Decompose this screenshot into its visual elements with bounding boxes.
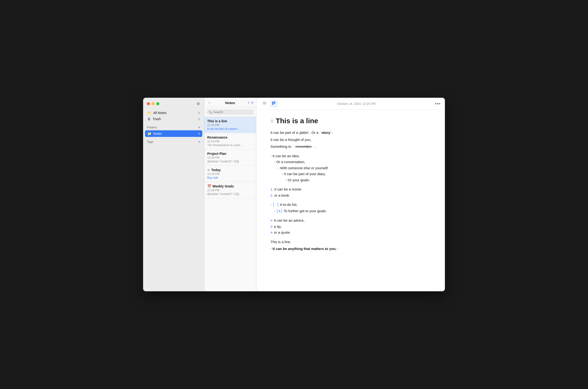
strikethrough-remember: remember: [296, 144, 312, 148]
notes-folder-icon: 📁: [147, 132, 151, 135]
body-line-2: It can be a thought of you,: [270, 137, 431, 143]
search-input-wrap: 🔍: [207, 109, 254, 115]
tags-section-header: Tags +: [143, 137, 204, 145]
add-tag-button[interactable]: +: [198, 140, 200, 144]
folders-section-header: Folders +: [143, 123, 204, 130]
list-line-1: - It can be an idea.: [270, 153, 431, 159]
more-options-button[interactable]: [435, 103, 440, 104]
list-view-button[interactable]: [261, 100, 268, 107]
tags-label: Tags: [147, 140, 153, 143]
sidebar-top: ⚙: [143, 98, 204, 109]
note-title-1: This is a line: [207, 119, 253, 123]
collapse-sidebar-button[interactable]: ←: [207, 100, 212, 105]
notes-folder-count: 5: [198, 132, 200, 135]
ordered-list-section: 1. It can be a movie 2. or a book.: [270, 186, 431, 198]
sidebar-item-all-notes[interactable]: 📁 All Notes 5: [145, 110, 202, 116]
editor-content[interactable]: # This is a line It can be part of a poe…: [256, 110, 445, 291]
notes-list-header: ← Notes 5 +: [204, 98, 256, 107]
note-title-3: Project Plan: [207, 152, 253, 156]
kanban-view-button[interactable]: [270, 100, 278, 107]
close-button[interactable]: [147, 102, 150, 105]
note-title-2: Renaissance: [207, 135, 253, 139]
final-bold-text: It can be anything that matters to you.: [273, 247, 336, 251]
trash-count: 0: [198, 117, 200, 121]
note-item-5[interactable]: 📅 Weekly Goals 12:18 PM {{kanban "conten…: [204, 182, 256, 198]
note-body: It can be part of a poem . Or a **story*…: [270, 130, 431, 252]
note-time-4: 12:18 PM: [207, 172, 253, 176]
note-title-display: This is a line: [276, 117, 318, 125]
body-final-1: This is a line.: [270, 239, 431, 245]
note-title-5: 📅 Weekly Goals: [207, 184, 253, 188]
note-title-4: ☆ Today: [207, 168, 253, 172]
note-item-2[interactable]: Renaissance 12:18 PM The Renaissance is …: [204, 133, 256, 149]
notes-panel-title: Notes: [214, 101, 246, 105]
todo-line-1: - [ ] A to-do list,: [270, 202, 431, 208]
app-container: ⚙ 📁 All Notes 5 🗑 Trash 0 Folders +: [143, 98, 445, 291]
sidebar-nav: 📁 All Notes 5 🗑 Trash 0: [143, 109, 204, 123]
dot1: [435, 103, 436, 104]
bold-md-close1: **: [330, 131, 333, 134]
app-window: ⚙ 📁 All Notes 5 🗑 Trash 0 Folders +: [143, 98, 445, 291]
folder-icon: 📁: [147, 111, 151, 115]
notes-list: This is a line 12:25 PM It can be part o…: [204, 117, 256, 291]
note-preview-2: The Renaissance is a peri...: [207, 143, 253, 147]
note-time-1: 12:25 PM: [207, 124, 253, 127]
list-section: - It can be an idea. - Or a conversation…: [270, 153, 431, 183]
note-preview-3: {{kanban "contentX":-50}}: [207, 160, 253, 163]
trash-label: Trash: [153, 117, 196, 121]
todo-list-section: - [ ] A to-do list, - [x] To further get…: [270, 202, 431, 214]
todo-line-2: - [x] To further get to your goals.: [270, 208, 431, 214]
bold-story: story: [322, 130, 330, 134]
search-input[interactable]: [213, 110, 252, 114]
all-notes-count: 5: [198, 111, 200, 115]
note-item-4[interactable]: ☆ Today 12:18 PM Buy milk: [204, 166, 256, 182]
sidebar-item-trash[interactable]: 🗑 Trash 0: [145, 116, 202, 122]
add-note-button[interactable]: +: [251, 100, 254, 105]
editor-date: October 14, 2024, 12:25 PM: [280, 102, 433, 105]
dot3: [439, 103, 440, 104]
search-bar: 🔍: [204, 107, 256, 117]
note-item-3[interactable]: Project Plan 12:18 PM {{kanban "contentX…: [204, 149, 256, 166]
list-line-2: - Or a conversation,: [270, 159, 431, 165]
body-final-2: **It can be anything that matters to you…: [270, 246, 431, 252]
strike-md-open: ~~: [292, 145, 296, 148]
note-item-1[interactable]: This is a line 12:25 PM It can be part o…: [204, 117, 256, 133]
bq-line-3: > or a quote.: [270, 229, 431, 236]
svg-rect-2: [263, 104, 266, 104]
ordered-line-1: 1. It can be a movie: [270, 186, 431, 192]
notes-folder-label: Notes: [153, 132, 196, 135]
svg-rect-0: [263, 102, 266, 102]
note-time-2: 12:18 PM: [207, 140, 253, 143]
settings-button[interactable]: ⚙: [196, 101, 200, 106]
blockquote-section: > It can be an advice, > a tip, > or a q…: [270, 217, 431, 236]
note-time-3: 12:18 PM: [207, 156, 253, 159]
note-preview-5: {{kanban "contentX":-12}}: [207, 192, 253, 196]
svg-rect-1: [263, 103, 266, 103]
all-notes-label: All Notes: [153, 111, 196, 115]
bq-line-1: > It can be an advice,: [270, 217, 431, 224]
note-preview-1: It can be part of a poem. ...: [207, 127, 253, 130]
list-line-3: - With someone else or yourself.: [270, 165, 431, 171]
note-time-5: 12:18 PM: [207, 189, 253, 192]
bold-md-open1: **: [319, 131, 322, 134]
add-folder-button[interactable]: +: [198, 125, 200, 129]
heading-hash: #: [270, 118, 274, 125]
svg-rect-4: [274, 101, 275, 104]
folders-label: Folders: [147, 126, 157, 129]
minimize-button[interactable]: [152, 102, 155, 105]
dot2: [437, 103, 438, 104]
notes-list-panel: ← Notes 5 + 🔍 This is a line 12:25 PM It…: [204, 98, 256, 291]
body-line-3: Something to ~~remember~~.: [270, 143, 431, 150]
ordered-line-2: 2. or a book.: [270, 192, 431, 198]
list-line-4: - It can be part of your diary,: [270, 171, 431, 177]
sidebar-item-notes[interactable]: 📁 Notes 5: [145, 130, 202, 137]
maximize-button[interactable]: [156, 102, 159, 105]
notes-panel-count: 5: [248, 101, 250, 104]
body-line-1: It can be part of a poem . Or a **story*…: [270, 130, 431, 136]
list-line-5: - Or your goals.: [270, 177, 431, 183]
search-icon: 🔍: [209, 110, 212, 114]
bq-line-2: > a tip,: [270, 224, 431, 230]
editor-toolbar: October 14, 2024, 12:25 PM: [256, 98, 445, 110]
strike-md-close: ~~: [312, 145, 315, 148]
note-preview-4: Buy milk: [207, 176, 253, 179]
